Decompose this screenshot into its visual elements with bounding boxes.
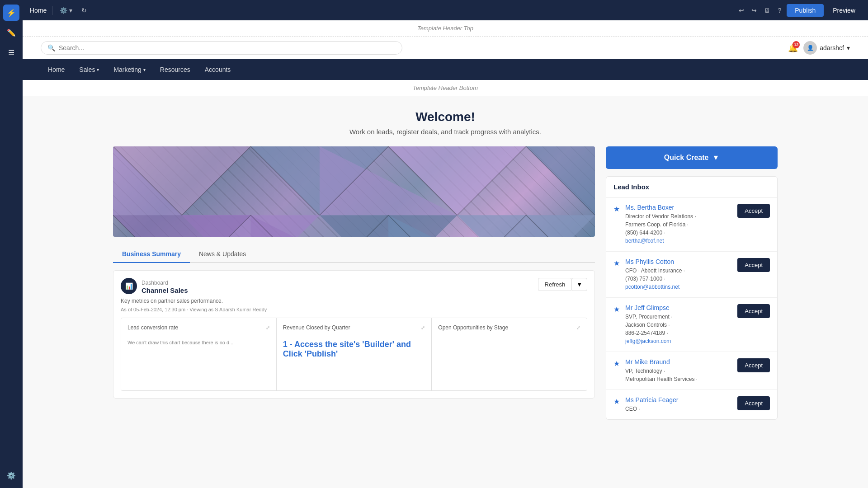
nav-item-marketing[interactable]: Marketing ▾ xyxy=(106,61,152,79)
tab-business-summary[interactable]: Business Summary xyxy=(113,246,190,263)
lead-detail-5: CEO · xyxy=(625,405,732,413)
expand-icon-3[interactable]: ⤢ xyxy=(576,325,580,331)
dashboard-description: Key metrics on partner sales performance… xyxy=(121,298,587,304)
metric-tile-opportunities: Open Opportunities by Stage ⤢ xyxy=(432,318,587,390)
settings-gear-btn[interactable]: ⚙️ ▾ xyxy=(58,5,74,16)
settings-icon-btn[interactable]: ⚙️ xyxy=(3,467,19,483)
lead-star-icon-1: ★ xyxy=(613,205,620,213)
lead-name-2[interactable]: Ms Phyllis Cotton xyxy=(625,258,732,265)
lead-email-2[interactable]: pcotton@abbottins.net xyxy=(625,284,679,290)
lead-star-icon-2: ★ xyxy=(613,259,620,267)
lead-item: ★ Mr Mike Braund VP, Technology · Metrop… xyxy=(606,352,777,390)
lead-name-5[interactable]: Ms Patricia Feager xyxy=(625,396,732,404)
expand-icon-2[interactable]: ⤢ xyxy=(421,325,425,331)
dashboard-card-header: 📊 Dashboard Channel Sales Refresh ▼ xyxy=(121,278,587,294)
lead-item: ★ Ms Phyllis Cotton CFO · Abbott Insuran… xyxy=(606,252,777,298)
quick-create-label: Quick Create xyxy=(664,154,709,162)
lead-item: ★ Ms. Bertha Boxer Director of Vendor Re… xyxy=(606,197,777,252)
search-icon: 🔍 xyxy=(47,44,55,52)
tab-news-updates[interactable]: News & Updates xyxy=(190,246,255,263)
lead-detail-2: CFO · Abbott Insurance · (703) 757-1000 … xyxy=(625,267,732,291)
dashboard-card-title: 📊 Dashboard Channel Sales xyxy=(121,278,188,294)
lead-item: ★ Mr Jeff Glimpse SVP, Procurement · Jac… xyxy=(606,298,777,352)
sales-chevron-icon: ▾ xyxy=(97,67,99,72)
dashboard-card: 📊 Dashboard Channel Sales Refresh ▼ xyxy=(113,270,595,399)
metric-title-text-3: Open Opportunities by Stage xyxy=(438,324,508,331)
lead-email-1[interactable]: bertha@fcof.net xyxy=(625,238,664,244)
nav-item-accounts[interactable]: Accounts xyxy=(198,61,238,79)
refresh-button[interactable]: Refresh xyxy=(538,278,572,291)
undo-btn[interactable]: ↩ xyxy=(737,5,746,16)
template-header-top: Template Header Top xyxy=(23,20,868,37)
lead-email-3[interactable]: jeffg@jackson.com xyxy=(625,338,671,344)
quick-create-button[interactable]: Quick Create ▼ xyxy=(606,146,778,169)
welcome-subtitle: Work on leads, register deals, and track… xyxy=(113,128,778,136)
refresh-controls: Refresh ▼ xyxy=(538,278,587,291)
lightning-icon-btn[interactable]: ⚡ xyxy=(3,5,19,21)
notifications-button[interactable]: 🔔 12 xyxy=(788,43,798,53)
dashboard-name: Channel Sales xyxy=(142,286,188,294)
page-name: Home xyxy=(30,7,47,14)
lead-name-1[interactable]: Ms. Bertha Boxer xyxy=(625,204,732,211)
user-menu-button[interactable]: 👤 adarshcf ▾ xyxy=(803,41,850,55)
metric-tile-title-3: Open Opportunities by Stage ⤢ xyxy=(438,324,580,331)
accept-button-1[interactable]: Accept xyxy=(737,204,770,218)
metric-tiles: Lead conversion rate ⤢ We can't draw thi… xyxy=(121,318,587,391)
editor-bar: Home ⚙️ ▾ ↻ ↩ ↪ 🖥 ? Publish Preview xyxy=(23,0,868,20)
content-left: Business Summary News & Updates 📊 Dashbo… xyxy=(113,146,595,420)
separator xyxy=(52,6,52,15)
publish-hint-chart: 1 - Access the site's 'Builder' and Clic… xyxy=(283,340,425,359)
lead-star-icon-3: ★ xyxy=(613,305,620,314)
marketing-chevron-icon: ▾ xyxy=(143,67,146,72)
svg-marker-6 xyxy=(113,215,251,237)
nav-bar: Home Sales ▾ Marketing ▾ Resources Accou… xyxy=(23,59,868,80)
publish-button[interactable]: Publish xyxy=(787,4,824,17)
refresh-dropdown-button[interactable]: ▼ xyxy=(571,278,587,291)
lead-info-3: Mr Jeff Glimpse SVP, Procurement · Jacks… xyxy=(625,304,732,345)
hero-image xyxy=(113,146,595,237)
nav-icon-btn[interactable]: ☰ xyxy=(3,44,19,61)
lead-info-5: Ms Patricia Feager CEO · xyxy=(625,396,732,413)
nav-item-sales[interactable]: Sales ▾ xyxy=(72,61,106,79)
metric-title-text-2: Revenue Closed by Quarter xyxy=(283,324,350,331)
welcome-title: Welcome! xyxy=(113,110,778,124)
accept-button-4[interactable]: Accept xyxy=(737,358,770,372)
user-avatar: 👤 xyxy=(803,41,817,55)
metric-title-text-1: Lead conversion rate xyxy=(127,324,178,331)
help-btn[interactable]: ? xyxy=(776,5,783,16)
search-bar[interactable]: 🔍 xyxy=(41,41,402,55)
site-header: 🔍 🔔 12 👤 adarshcf ▾ xyxy=(23,37,868,59)
no-data-message-1: We can't draw this chart because there i… xyxy=(127,340,270,345)
page-content: Welcome! Work on leads, register deals, … xyxy=(23,96,868,433)
lead-item: ★ Ms Patricia Feager CEO · Accept xyxy=(606,390,777,419)
lead-info-2: Ms Phyllis Cotton CFO · Abbott Insurance… xyxy=(625,258,732,291)
metric-tile-title-2: Revenue Closed by Quarter ⤢ xyxy=(283,324,425,331)
lead-detail-3: SVP, Procurement · Jackson Controls · 88… xyxy=(625,313,732,345)
preview-mode-btn[interactable]: 🖥 xyxy=(762,5,772,16)
accept-button-5[interactable]: Accept xyxy=(737,396,770,410)
user-dropdown-chevron: ▾ xyxy=(847,44,850,52)
accept-button-2[interactable]: Accept xyxy=(737,258,770,272)
template-header-bottom: Template Header Bottom xyxy=(23,80,868,96)
lead-name-4[interactable]: Mr Mike Braund xyxy=(625,358,732,366)
nav-item-home[interactable]: Home xyxy=(41,61,72,79)
template-header-bottom-text: Template Header Bottom xyxy=(413,84,478,91)
edit-icon-btn[interactable]: ✏️ xyxy=(3,24,19,41)
nav-item-resources[interactable]: Resources xyxy=(153,61,198,79)
redo-btn[interactable]: ↪ xyxy=(750,5,759,16)
refresh-btn[interactable]: ↻ xyxy=(80,5,89,16)
dashboard-type-label: Dashboard Channel Sales xyxy=(142,280,188,294)
search-input[interactable] xyxy=(59,44,396,52)
lead-star-icon-5: ★ xyxy=(613,397,620,406)
header-right: 🔔 12 👤 adarshcf ▾ xyxy=(788,41,850,55)
publish-hint-text: 1 - Access the site's 'Builder' and Clic… xyxy=(283,340,411,358)
lead-name-3[interactable]: Mr Jeff Glimpse xyxy=(625,304,732,311)
accept-button-3[interactable]: Accept xyxy=(737,304,770,318)
content-grid: Business Summary News & Updates 📊 Dashbo… xyxy=(113,146,778,420)
metric-tile-title-1: Lead conversion rate ⤢ xyxy=(127,324,270,331)
preview-button[interactable]: Preview xyxy=(827,4,861,17)
expand-icon-1[interactable]: ⤢ xyxy=(266,325,270,331)
lead-inbox-title: Lead Inbox xyxy=(606,177,777,197)
lead-info-1: Ms. Bertha Boxer Director of Vendor Rela… xyxy=(625,204,732,245)
lead-star-icon-4: ★ xyxy=(613,359,620,368)
